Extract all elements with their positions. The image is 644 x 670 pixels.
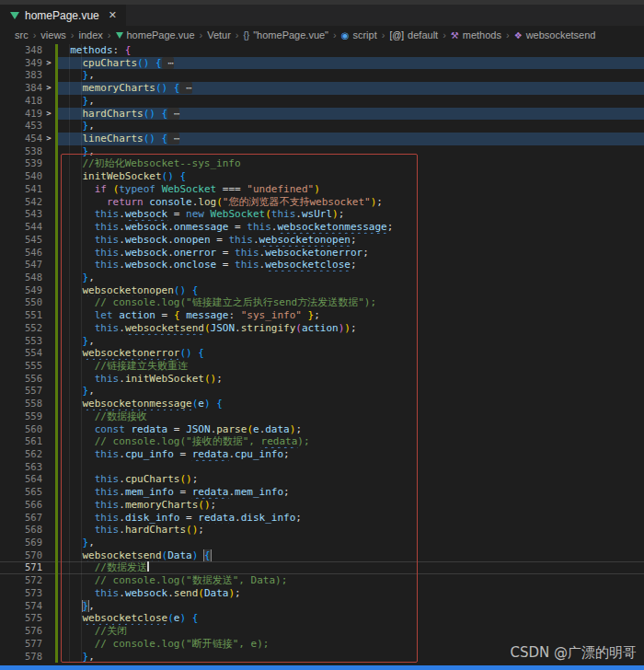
breadcrumb-index[interactable]: index bbox=[79, 29, 103, 40]
breadcrumb-websocketsend[interactable]: ❖websocketsend bbox=[514, 29, 596, 40]
line-number[interactable]: 577 bbox=[0, 638, 42, 651]
code-line-544[interactable]: 544 this.websock.onmessage = this.websoc… bbox=[0, 221, 644, 234]
code-line-556[interactable]: 556 this.initWebSocket(); bbox=[0, 373, 644, 386]
line-number[interactable]: 576 bbox=[0, 625, 42, 638]
code-line-576[interactable]: 576 //关闭 bbox=[0, 625, 644, 638]
line-number[interactable]: 561 bbox=[0, 435, 42, 448]
line-number[interactable]: 572 bbox=[0, 574, 42, 587]
line-number[interactable]: 560 bbox=[0, 423, 42, 436]
line-number[interactable]: 419 bbox=[0, 108, 42, 121]
line-number[interactable]: 538 bbox=[0, 145, 42, 158]
fold-chevron-icon[interactable]: > bbox=[42, 57, 55, 70]
line-number[interactable]: 574 bbox=[0, 600, 42, 613]
code-line-558[interactable]: 558 websocketonmessage(e) { bbox=[0, 398, 644, 410]
code-line-554[interactable]: 554 websocketonerror() { bbox=[0, 347, 644, 360]
code-line-548[interactable]: 548 }, bbox=[0, 271, 644, 284]
line-number[interactable]: 550 bbox=[0, 296, 42, 309]
breadcrumb-views[interactable]: views bbox=[40, 29, 66, 40]
code-line-538[interactable]: 538 }, bbox=[0, 145, 644, 158]
code-line-549[interactable]: 549 websocketonopen() { bbox=[0, 284, 644, 297]
line-number[interactable]: 559 bbox=[0, 410, 42, 423]
code-line-383[interactable]: 383 }, bbox=[0, 69, 644, 82]
code-line-384[interactable]: 384> memoryCharts() { ⋯ bbox=[0, 82, 644, 95]
code-line-562[interactable]: 562 this.cpu_info = redata.cpu_info; bbox=[0, 448, 644, 461]
code-line-569[interactable]: 569 }, bbox=[0, 537, 644, 549]
line-number[interactable]: 542 bbox=[0, 196, 42, 209]
line-number[interactable]: 556 bbox=[0, 373, 42, 386]
breadcrumb-src[interactable]: src bbox=[15, 29, 29, 40]
code-line-547[interactable]: 547 this.websock.onclose = this.websocke… bbox=[0, 259, 644, 271]
line-number[interactable]: 384 bbox=[0, 82, 42, 95]
line-number[interactable]: 418 bbox=[0, 95, 42, 108]
fold-chevron-icon[interactable]: > bbox=[42, 82, 55, 95]
code-line-571[interactable]: 571 //数据发送 bbox=[0, 561, 644, 574]
line-number[interactable]: 578 bbox=[0, 651, 42, 664]
line-number[interactable]: 566 bbox=[0, 499, 42, 512]
line-number[interactable]: 349 bbox=[0, 57, 42, 70]
code-line-419[interactable]: 419> hardCharts() { ⋯ bbox=[0, 108, 644, 121]
code-line-550[interactable]: 550 // console.log("链接建立之后执行send方法发送数据")… bbox=[0, 296, 644, 309]
code-line-553[interactable]: 553 }, bbox=[0, 335, 644, 348]
code-line-567[interactable]: 567 this.disk_info = redata.disk_info; bbox=[0, 512, 644, 525]
line-number[interactable]: 558 bbox=[0, 398, 42, 410]
code-line-453[interactable]: 453 }, bbox=[0, 120, 644, 133]
line-number[interactable]: 553 bbox=[0, 335, 42, 348]
line-number[interactable]: 575 bbox=[0, 612, 42, 625]
line-number[interactable]: 453 bbox=[0, 120, 42, 133]
line-number[interactable]: 555 bbox=[0, 360, 42, 373]
line-number[interactable]: 547 bbox=[0, 259, 42, 271]
breadcrumb-vetur[interactable]: Vetur bbox=[207, 29, 231, 40]
fold-chevron-icon[interactable]: > bbox=[42, 108, 55, 121]
line-number[interactable]: 571 bbox=[0, 561, 42, 574]
line-number[interactable]: 543 bbox=[0, 208, 42, 221]
code-line-559[interactable]: 559 //数据接收 bbox=[0, 410, 644, 423]
line-number[interactable]: 539 bbox=[0, 157, 42, 170]
code-line-560[interactable]: 560 const redata = JSON.parse(e.data); bbox=[0, 423, 644, 436]
code-line-552[interactable]: 552 this.websocketsend(JSON.stringify(ac… bbox=[0, 322, 644, 335]
close-tab-icon[interactable]: ✕ bbox=[109, 9, 117, 21]
code-line-561[interactable]: 561 // console.log("接收的数据", redata); bbox=[0, 435, 644, 448]
code-line-541[interactable]: 541 if (typeof WebSocket === "undefined"… bbox=[0, 183, 644, 196]
line-number[interactable]: 548 bbox=[0, 271, 42, 284]
line-number[interactable]: 541 bbox=[0, 183, 42, 196]
breadcrumb-methods[interactable]: ⚒methods bbox=[451, 29, 501, 40]
code-line-540[interactable]: 540 initWebSocket() { bbox=[0, 170, 644, 183]
code-line-566[interactable]: 566 this.memoryCharts(); bbox=[0, 499, 644, 512]
line-number[interactable]: 549 bbox=[0, 284, 42, 297]
line-number[interactable]: 557 bbox=[0, 385, 42, 398]
line-number[interactable]: 540 bbox=[0, 170, 42, 183]
line-number[interactable]: 573 bbox=[0, 587, 42, 600]
code-line-565[interactable]: 565 this.mem_info = redata.mem_info; bbox=[0, 486, 644, 499]
code-line-573[interactable]: 573 this.websock.send(Data); bbox=[0, 587, 644, 600]
code-line-575[interactable]: 575 websocketclose(e) { bbox=[0, 612, 644, 625]
code-line-546[interactable]: 546 this.websock.onerror = this.websocke… bbox=[0, 247, 644, 260]
line-number[interactable]: 562 bbox=[0, 448, 42, 461]
code-line-349[interactable]: 349> cpuCharts() { ⋯ bbox=[0, 57, 644, 70]
line-number[interactable]: 544 bbox=[0, 221, 42, 234]
code-line-543[interactable]: 543 this.websock = new WebSocket(this.ws… bbox=[0, 208, 644, 221]
line-number[interactable]: 545 bbox=[0, 234, 42, 247]
code-line-539[interactable]: 539 //初始化Websocket--sys_info bbox=[0, 157, 644, 170]
code-editor[interactable]: 348 methods: {349> cpuCharts() { ⋯383 },… bbox=[0, 44, 644, 664]
code-line-568[interactable]: 568 this.hardCharts(); bbox=[0, 524, 644, 537]
code-line-570[interactable]: 570 websocketsend(Data) { bbox=[0, 549, 644, 562]
line-number[interactable]: 564 bbox=[0, 473, 42, 486]
line-number[interactable]: 348 bbox=[0, 44, 42, 57]
breadcrumb-file[interactable]: homePage.vue bbox=[116, 29, 195, 40]
code-line-563[interactable]: 563 bbox=[0, 461, 644, 474]
line-number[interactable]: 454 bbox=[0, 133, 42, 145]
line-number[interactable]: 565 bbox=[0, 486, 42, 499]
breadcrumb-document[interactable]: {}"homePage.vue" bbox=[244, 29, 329, 40]
line-number[interactable]: 546 bbox=[0, 247, 42, 260]
line-number[interactable]: 383 bbox=[0, 69, 42, 82]
tab-homepage-vue[interactable]: homePage.vue ✕ bbox=[0, 5, 126, 26]
code-line-545[interactable]: 545 this.websock.onopen = this.websocket… bbox=[0, 234, 644, 247]
line-number[interactable]: 563 bbox=[0, 461, 42, 474]
line-number[interactable]: 569 bbox=[0, 537, 42, 549]
code-line-418[interactable]: 418 }, bbox=[0, 95, 644, 108]
line-number[interactable]: 554 bbox=[0, 347, 42, 360]
code-line-572[interactable]: 572 // console.log("数据发送", Data); bbox=[0, 574, 644, 587]
code-line-454[interactable]: 454> lineCharts() { ⋯ bbox=[0, 133, 644, 145]
line-number[interactable]: 552 bbox=[0, 322, 42, 335]
line-number[interactable]: 567 bbox=[0, 512, 42, 525]
